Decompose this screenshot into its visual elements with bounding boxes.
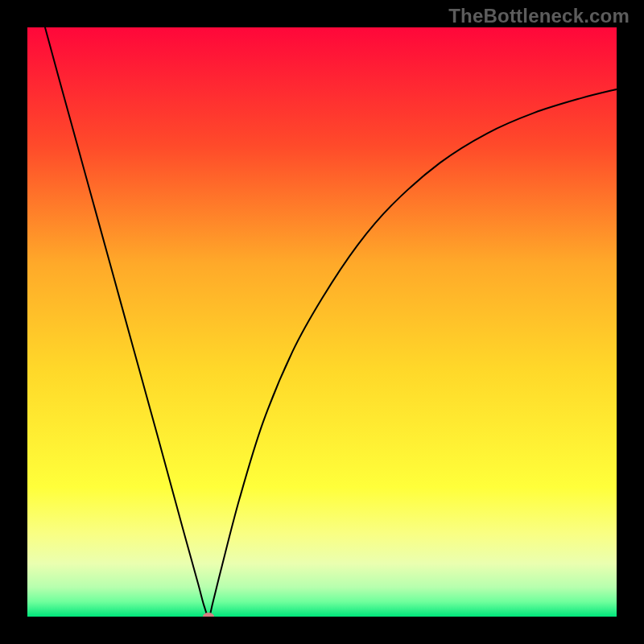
watermark-text: TheBottleneck.com bbox=[448, 5, 630, 27]
curve-layer bbox=[27, 27, 617, 617]
optimum-marker bbox=[203, 613, 214, 617]
plot-area bbox=[27, 27, 617, 617]
chart-frame: TheBottleneck.com bbox=[0, 0, 644, 644]
bottleneck-curve bbox=[45, 27, 617, 617]
